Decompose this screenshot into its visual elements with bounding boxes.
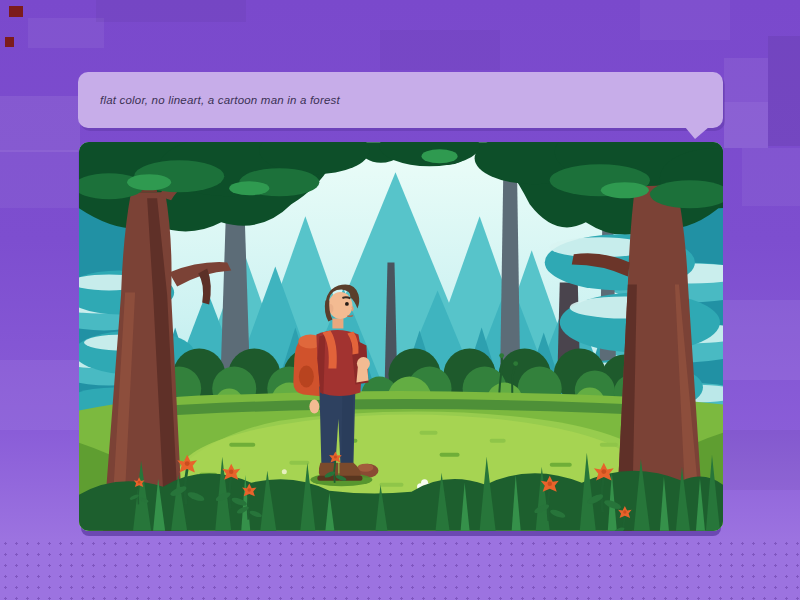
bubble-tail bbox=[685, 127, 709, 139]
mosaic-block bbox=[724, 58, 768, 102]
fist bbox=[357, 357, 370, 370]
mosaic-block bbox=[28, 18, 104, 48]
prompt-text: flat color, no lineart, a cartoon man in… bbox=[100, 94, 340, 106]
mosaic-block bbox=[96, 0, 246, 22]
dot-grid-texture bbox=[0, 538, 800, 600]
eyebrow bbox=[342, 297, 350, 298]
mosaic-block bbox=[724, 102, 768, 148]
mosaic-block bbox=[742, 148, 800, 206]
generated-image[interactable] bbox=[79, 142, 723, 531]
mosaic-block bbox=[723, 300, 800, 380]
mosaic-block bbox=[380, 30, 500, 70]
mosaic-block bbox=[723, 430, 800, 490]
canvas: { "window": { "width": 800, "height": 60… bbox=[0, 0, 800, 600]
prompt-bubble: flat color, no lineart, a cartoon man in… bbox=[78, 72, 723, 128]
mosaic-block bbox=[0, 96, 80, 152]
mosaic-block bbox=[0, 150, 78, 208]
left-hand bbox=[309, 400, 319, 414]
mosaic-block bbox=[768, 36, 800, 146]
eye bbox=[345, 302, 349, 306]
glitch-pixel bbox=[9, 6, 23, 17]
mosaic-block bbox=[0, 360, 79, 430]
glitch-pixel bbox=[5, 37, 14, 47]
mosaic-block bbox=[640, 0, 730, 40]
forest-illustration bbox=[79, 142, 723, 531]
